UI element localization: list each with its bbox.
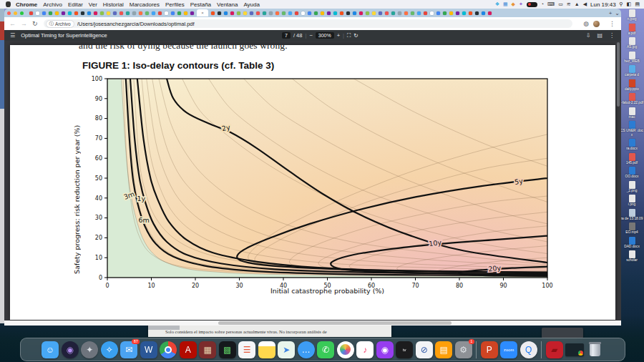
pinned-tab[interactable] (398, 11, 401, 15)
menu-marcadores[interactable]: Marcadores (130, 1, 160, 8)
profile-avatar[interactable] (593, 21, 600, 27)
pinned-tab[interactable] (74, 11, 78, 15)
app-switcher-icon[interactable]: ▤ (635, 1, 640, 7)
pinned-tab[interactable] (314, 11, 318, 15)
dock-safari[interactable]: ✧ (101, 341, 118, 358)
pinned-tab[interactable] (359, 11, 363, 15)
dock-photo-collage-app[interactable]: ▦ (199, 341, 216, 358)
dock-music[interactable]: ♪ (356, 341, 374, 358)
pinned-tab[interactable] (224, 11, 228, 15)
desktop-file[interactable]: carpeta d (620, 65, 644, 77)
pdf-sidebar-toggle-icon[interactable]: ☰ (10, 32, 15, 39)
pinned-tab[interactable] (282, 11, 286, 15)
back-button[interactable]: ← (9, 20, 16, 27)
dock-quicktime[interactable]: Q (520, 341, 537, 358)
control-center-icon[interactable]: ◧ (627, 1, 632, 7)
menu-ventana[interactable]: Ventana (217, 1, 238, 8)
desktop-file[interactable]: DAD.docx (620, 237, 644, 249)
pinned-tab[interactable] (269, 11, 273, 15)
pinned-tab[interactable] (190, 11, 194, 15)
active-tab[interactable]: × (197, 9, 208, 16)
pinned-tab[interactable] (62, 11, 65, 15)
spotlight-search-icon[interactable]: ⚲ (620, 1, 623, 7)
pinned-tab[interactable] (456, 11, 459, 15)
pinned-tab[interactable] (469, 11, 472, 15)
dock-trash[interactable] (587, 341, 604, 358)
pinned-tab[interactable] (391, 11, 395, 15)
dock-circle-slash-app[interactable]: ⊘ (416, 341, 433, 358)
desktop-file[interactable]: scholar (620, 250, 644, 263)
pinned-tab[interactable] (211, 11, 215, 15)
screen-record-indicator[interactable] (527, 2, 537, 7)
pinned-tab[interactable] (443, 11, 447, 15)
pinned-tab[interactable] (184, 11, 187, 15)
pinned-tab[interactable] (424, 11, 427, 15)
pinned-tab[interactable] (475, 11, 479, 15)
pinned-tab[interactable] (404, 11, 408, 15)
pinned-tab[interactable] (488, 11, 492, 15)
pinned-tab[interactable] (430, 11, 434, 15)
pinned-tab[interactable] (139, 11, 142, 15)
pinned-tab[interactable] (29, 11, 33, 15)
dock-acrobat[interactable]: A (180, 341, 197, 358)
zoom-in-button[interactable]: + (337, 32, 340, 39)
desktop-file[interactable]: i-falud-2.22.pdf (620, 93, 644, 105)
menu-perfiles[interactable]: Perfiles (165, 1, 185, 8)
pinned-tab[interactable] (87, 11, 91, 15)
pinned-tab[interactable] (152, 11, 155, 15)
pinned-tab[interactable] (145, 11, 149, 15)
dock-tiles-app[interactable]: ▩ (219, 341, 236, 358)
dock-red-folder[interactable]: ▰ (546, 341, 563, 358)
apple-menu-icon[interactable] (6, 1, 11, 7)
volume-icon[interactable]: ◀ (583, 1, 587, 7)
pinned-tab[interactable] (321, 11, 324, 15)
desktop-file[interactable]: CS UNER .docx (620, 121, 644, 137)
pdf-more-menu-button[interactable]: ⋮ (609, 32, 615, 39)
dock-mail[interactable]: ✉87 (120, 341, 137, 358)
pinned-tab[interactable] (308, 11, 311, 15)
pinned-tab[interactable] (49, 11, 52, 15)
pinned-tab[interactable] (100, 11, 104, 15)
chrome-menu-button[interactable]: ⋮ (609, 20, 615, 27)
dock-messages[interactable]: … (298, 341, 315, 358)
pinned-tab[interactable] (42, 11, 46, 15)
dock-facetime[interactable]: ✆ (317, 341, 334, 358)
desktop-file[interactable]: OO.docx (620, 167, 644, 179)
pinned-tab[interactable] (462, 11, 466, 15)
forward-button[interactable]: → (21, 20, 27, 27)
page-number-input[interactable]: 7 (282, 32, 291, 39)
desktop-file[interactable]: n.jpeg (620, 9, 644, 21)
desktop-file[interactable]: _2.png (620, 181, 644, 193)
pinned-tab[interactable] (256, 11, 260, 15)
window-zoom-button[interactable] (20, 11, 24, 15)
pdf-vertical-scrollbar[interactable] (617, 42, 620, 107)
pinned-tab[interactable] (218, 11, 221, 15)
scheme-chip[interactable]: ⓘ Archivo (46, 20, 74, 28)
pinned-tab[interactable] (68, 11, 72, 15)
extension-icon[interactable]: ◍ (583, 20, 589, 27)
pinned-tab[interactable] (171, 11, 175, 15)
pinned-tab[interactable] (333, 11, 337, 15)
pinned-tab[interactable] (230, 11, 234, 15)
dock-chrome[interactable] (160, 341, 177, 358)
pinned-tab[interactable] (250, 11, 253, 15)
desktop-file[interactable]: a.pdf (620, 24, 644, 36)
scrollbar-handle[interactable] (218, 321, 452, 325)
pinned-tab[interactable] (301, 11, 305, 15)
dock-word[interactable]: W (140, 341, 157, 358)
active-app-name[interactable]: Chrome (16, 1, 37, 8)
timer-icon[interactable]: ◔ (541, 1, 544, 7)
dock-finder[interactable]: ☺ (42, 341, 59, 358)
desktop-file[interactable]: mac (620, 107, 644, 119)
keyboard-icon[interactable]: ⌨ (547, 1, 555, 7)
dock-apple-tv[interactable]: tv (396, 341, 413, 358)
pinned-tab[interactable] (436, 11, 440, 15)
fit-page-button[interactable]: ⛶ (347, 32, 351, 39)
dock-reminders[interactable]: ☰ (238, 341, 255, 358)
window-close-button[interactable] (7, 11, 11, 15)
pinned-tab[interactable] (165, 11, 168, 15)
display-icon[interactable]: ▭ (558, 1, 563, 7)
pinned-tab[interactable] (158, 11, 162, 15)
print-button[interactable]: ▤ (597, 32, 602, 39)
pinned-tab[interactable] (81, 11, 84, 15)
